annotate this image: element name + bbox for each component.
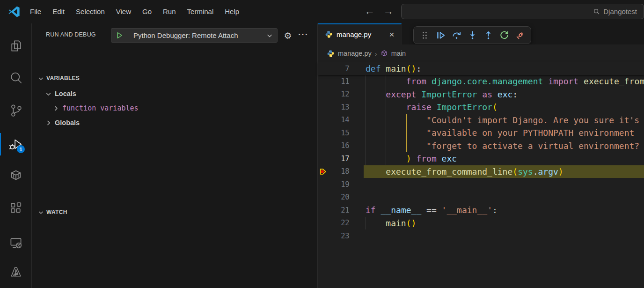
- gutter[interactable]: [318, 204, 328, 217]
- line-number: 21: [328, 206, 349, 214]
- container-icon: [9, 168, 23, 182]
- menu-file[interactable]: File: [24, 0, 47, 23]
- close-icon[interactable]: ×: [387, 30, 396, 39]
- chevron-right-icon: [44, 120, 52, 126]
- gutter[interactable]: [318, 152, 328, 165]
- breadcrumb-separator: ›: [375, 50, 377, 58]
- start-debug-button[interactable]: [111, 29, 128, 42]
- debug-drag-handle-button[interactable]: [417, 27, 432, 43]
- activity-source-control[interactable]: [0, 98, 32, 123]
- gutter[interactable]: [318, 62, 328, 75]
- menu-run[interactable]: Run: [157, 0, 182, 23]
- code-line-21[interactable]: 21 if __name__ == '__main__':: [318, 204, 644, 217]
- forward-arrow-button[interactable]: →: [381, 0, 395, 23]
- disconnect-icon: [515, 30, 526, 41]
- tree-item-locals[interactable]: Locals: [32, 87, 318, 100]
- indent-guide: [366, 75, 366, 165]
- code-line-13[interactable]: 13 raise ImportError(: [318, 101, 644, 114]
- tree-item-function-variables[interactable]: function variables: [32, 102, 318, 115]
- code-line-14[interactable]: 14 "Couldn't import Django. Are you sure…: [318, 114, 644, 127]
- back-arrow-button[interactable]: ←: [363, 0, 377, 23]
- tree-item-globals[interactable]: Globals: [32, 116, 318, 129]
- line-number: 7: [328, 65, 349, 73]
- code-line-18[interactable]: 18 execute_from_command_line(sys.argv): [318, 165, 644, 178]
- step-over-icon: [451, 30, 462, 41]
- editor-group: manage.py × manage.py› main 7 def main()…: [318, 23, 644, 288]
- gear-icon[interactable]: ⚙: [280, 28, 295, 43]
- gutter[interactable]: [318, 178, 328, 191]
- code-line-23[interactable]: 23: [318, 229, 644, 243]
- debug-step-out-button[interactable]: [480, 27, 496, 43]
- debug-disconnect-button[interactable]: [512, 27, 528, 43]
- debug-continue-button[interactable]: [432, 27, 448, 43]
- command-center-search[interactable]: Djangotest: [401, 4, 644, 19]
- code-line-22[interactable]: 22 main(): [318, 217, 644, 230]
- activity-extensions[interactable]: [0, 196, 32, 220]
- search-icon: [593, 8, 600, 15]
- sticky-code-line[interactable]: 7 def main():: [318, 62, 644, 75]
- breakpoint-current-line-icon[interactable]: [318, 165, 328, 178]
- menu-help[interactable]: Help: [219, 0, 245, 23]
- menu-terminal[interactable]: Terminal: [182, 0, 220, 23]
- more-actions-icon[interactable]: ···: [296, 27, 311, 42]
- python-icon: [325, 30, 333, 38]
- indent-guide: [386, 75, 386, 165]
- menu-selection[interactable]: Selection: [70, 0, 110, 23]
- line-number: 20: [328, 193, 349, 201]
- debug-step-into-button[interactable]: [464, 27, 480, 43]
- gutter[interactable]: [318, 114, 328, 127]
- debug-config-dropdown[interactable]: Python Debugger: Remote Attach: [111, 28, 278, 43]
- activity-remote-explorer[interactable]: [0, 230, 32, 255]
- continue-icon: [435, 30, 446, 41]
- code-line-19[interactable]: 19: [318, 178, 644, 191]
- activity-azure[interactable]: [0, 260, 32, 284]
- bracket-guide: [406, 114, 446, 115]
- activity-containers[interactable]: [0, 163, 32, 187]
- debug-restart-button[interactable]: [496, 27, 512, 43]
- line-number: 13: [328, 103, 349, 111]
- watch-section-header[interactable]: WATCH: [32, 206, 318, 218]
- code-line-16[interactable]: 16 "forget to activate a virtual environ…: [318, 140, 644, 153]
- gutter[interactable]: [318, 88, 328, 101]
- debug-step-over-button[interactable]: [448, 27, 464, 43]
- run-and-debug-sidebar: RUN AND DEBUG Python Debugger: Remote At…: [32, 23, 318, 288]
- code-line-text: def main():: [349, 64, 421, 74]
- activity-search[interactable]: [0, 66, 32, 90]
- breadcrumb-item[interactable]: manage.py: [338, 50, 372, 57]
- chevron-down-icon: [265, 32, 277, 39]
- extensions-icon: [9, 201, 23, 215]
- code-line-text: main(): [349, 218, 416, 228]
- line-number: 12: [328, 90, 349, 98]
- code-line-17[interactable]: 17 ) from exc: [318, 152, 644, 165]
- gutter[interactable]: [318, 191, 328, 204]
- gutter[interactable]: [318, 101, 328, 114]
- gutter[interactable]: [318, 217, 328, 230]
- code-line-15[interactable]: 15 "available on your PYTHONPATH environ…: [318, 126, 644, 140]
- gutter[interactable]: [318, 75, 328, 88]
- gutter[interactable]: [318, 140, 328, 153]
- code-line-text: except ImportError as exc:: [349, 89, 518, 99]
- menu-view[interactable]: View: [110, 0, 137, 23]
- chevron-down-icon: [37, 209, 44, 215]
- code-line-text: "forget to activate a virtual environmen…: [349, 141, 639, 151]
- variables-section-header[interactable]: VARIABLES: [32, 72, 318, 84]
- bracket-guide: [406, 114, 407, 153]
- gutter[interactable]: [318, 126, 328, 140]
- activity-explorer[interactable]: [0, 34, 32, 58]
- chevron-down-icon: [44, 91, 52, 97]
- azure-icon: [9, 265, 23, 279]
- code-line-12[interactable]: 12 except ImportError as exc:: [318, 88, 644, 101]
- chevron-down-icon: [37, 75, 44, 81]
- breadcrumb-item[interactable]: main: [391, 50, 406, 57]
- tab-manage-py[interactable]: manage.py ×: [318, 23, 402, 44]
- menu-edit[interactable]: Edit: [47, 0, 70, 23]
- menu-go[interactable]: Go: [137, 0, 157, 23]
- code-line-20[interactable]: 20: [318, 191, 644, 204]
- code-editor[interactable]: 7 def main(): 11 from django.core.manage…: [318, 62, 644, 288]
- line-number: 14: [328, 116, 349, 124]
- activity-run-and-debug[interactable]: 1: [0, 132, 32, 156]
- sidebar-title: RUN AND DEBUG: [46, 31, 96, 38]
- code-line-11[interactable]: 11 from django.core.management import ex…: [318, 75, 644, 88]
- code-line-text: "available on your PYTHONPATH environmen…: [349, 128, 639, 138]
- gutter[interactable]: [318, 229, 328, 243]
